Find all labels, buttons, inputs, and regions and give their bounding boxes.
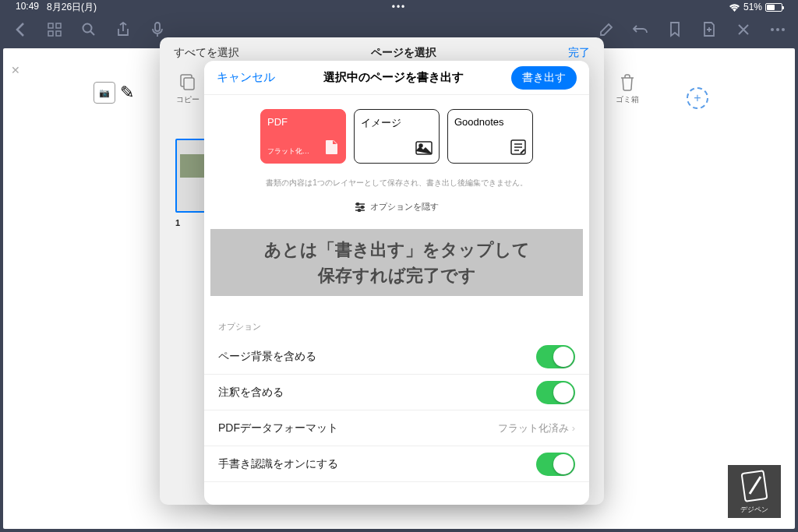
sheet-title: ページを選択 — [371, 46, 436, 60]
options-toggle[interactable]: オプションを隠す — [204, 195, 589, 219]
sliders-icon — [355, 203, 365, 212]
image-icon — [415, 141, 433, 158]
tutorial-annotation: あとは「書き出す」をタップして 保存すれば完了です — [210, 229, 583, 296]
search-icon[interactable] — [79, 20, 98, 39]
status-time: 10:49 — [16, 1, 39, 14]
svg-rect-5 — [155, 23, 160, 31]
wifi-icon — [729, 3, 740, 12]
undo-icon[interactable] — [631, 20, 650, 39]
mic-icon[interactable] — [148, 20, 167, 39]
toggle-background[interactable] — [536, 345, 575, 368]
options-header: オプション — [204, 315, 589, 339]
status-right: 51% — [729, 2, 782, 12]
toggle-annotations[interactable] — [536, 381, 575, 404]
battery-percent: 51% — [743, 2, 762, 12]
option-handwriting: 手書き認識をオンにする — [204, 446, 589, 482]
svg-point-4 — [83, 24, 92, 33]
logo-badge: デジペン — [728, 465, 781, 518]
page-number: 1 — [175, 218, 180, 227]
svg-rect-9 — [184, 78, 194, 90]
modal-title: 選択中のページを書き出す — [323, 70, 464, 85]
format-row: PDF フラット化… イメージ Goodnotes — [204, 95, 589, 171]
status-bar: 10:49 8月26日(月) ••• 51% — [0, 0, 798, 14]
option-include-background: ページ背景を含める — [204, 339, 589, 375]
options-section: オプション ページ背景を含める 注釈を含める PDFデータフォーマット フラット… — [204, 315, 589, 482]
share-icon[interactable] — [114, 20, 132, 39]
option-pdf-format[interactable]: PDFデータフォーマット フラット化済み› — [204, 410, 589, 446]
status-center-dots: ••• — [392, 2, 407, 12]
image-tool-icon[interactable]: 📷 — [94, 82, 115, 104]
add-page-icon[interactable] — [700, 20, 719, 39]
svg-rect-2 — [48, 31, 53, 36]
pen-tool-icon[interactable]: ✎ — [120, 83, 134, 103]
close-icon[interactable] — [734, 20, 753, 39]
back-icon[interactable] — [11, 20, 30, 39]
tablet-pen-icon — [739, 469, 770, 503]
trash-action[interactable]: ゴミ箱 — [616, 74, 639, 105]
svg-point-13 — [357, 203, 359, 205]
svg-point-7 — [776, 28, 779, 31]
toggle-handwriting[interactable] — [536, 453, 575, 476]
svg-rect-1 — [56, 23, 61, 28]
edit-toolbar: 📷 ✎ — [94, 82, 134, 104]
format-goodnotes[interactable]: Goodnotes — [447, 109, 533, 164]
svg-point-8 — [782, 28, 785, 31]
chevron-right-icon: › — [572, 422, 575, 434]
pdf-icon — [323, 139, 339, 158]
svg-point-6 — [771, 28, 774, 31]
format-pdf[interactable]: PDF フラット化… — [260, 109, 346, 164]
note-icon — [510, 139, 526, 158]
close-x-icon[interactable]: ✕ — [11, 64, 20, 76]
svg-rect-3 — [56, 31, 61, 36]
option-include-annotations: 注釈を含める — [204, 375, 589, 410]
export-button[interactable]: 書き出す — [511, 66, 577, 90]
grid-icon[interactable] — [45, 20, 64, 39]
more-icon[interactable] — [768, 20, 787, 39]
edit-icon[interactable] — [597, 20, 616, 39]
battery-icon — [765, 3, 782, 12]
format-image[interactable]: イメージ — [354, 109, 440, 164]
status-date: 8月26日(月) — [47, 1, 97, 14]
svg-point-14 — [362, 206, 364, 208]
add-element-button[interactable]: + — [687, 87, 708, 109]
hint-text: 書類の内容は1つのレイヤーとして保存され、書き出し後編集できません。 — [204, 171, 589, 195]
cancel-button[interactable]: キャンセル — [217, 70, 275, 85]
bookmark-icon[interactable] — [666, 20, 684, 39]
done-button[interactable]: 完了 — [568, 46, 590, 60]
svg-rect-0 — [48, 23, 53, 28]
copy-action[interactable]: コピー — [176, 74, 200, 105]
svg-point-15 — [358, 209, 361, 211]
select-all-button[interactable]: すべてを選択 — [174, 46, 239, 60]
